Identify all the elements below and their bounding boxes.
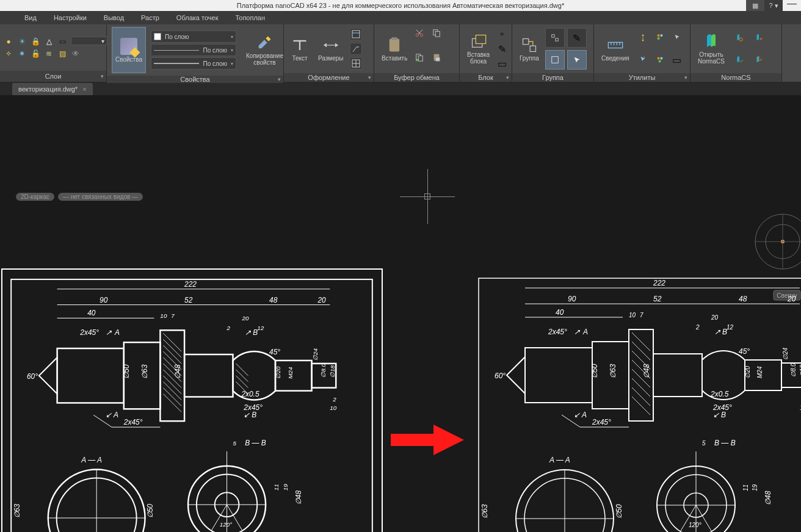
layer-combo[interactable]: ▾ — [71, 37, 107, 45]
minimize-button[interactable]: — — [783, 0, 801, 11]
ltype-bylayer[interactable]: По слою▾ — [151, 44, 236, 56]
expand-icon[interactable]: ▾ — [368, 74, 371, 81]
visual-style-badge[interactable]: 2D-каркас — [16, 193, 54, 201]
svg-text:11: 11 — [273, 484, 280, 491]
copy-base-icon[interactable] — [413, 51, 426, 63]
group-button[interactable]: Группа — [515, 26, 544, 72]
measure-icon[interactable] — [636, 28, 650, 48]
menu-output[interactable]: Вывод — [104, 14, 124, 21]
svg-text:48: 48 — [269, 296, 278, 304]
svg-text:52: 52 — [184, 296, 193, 304]
svg-rect-36 — [660, 57, 662, 60]
norma-search-icon[interactable] — [731, 28, 748, 48]
svg-text:∅63: ∅63 — [480, 504, 489, 519]
color-bylayer[interactable]: По слою▾ — [151, 31, 236, 43]
panel-label-props: Свойства — [180, 76, 209, 83]
svg-rect-18 — [436, 57, 440, 61]
svg-text:∅63: ∅63 — [13, 503, 21, 518]
panel-label-group: Группа — [542, 74, 564, 81]
svg-rect-22 — [530, 46, 535, 51]
edit-group-icon[interactable]: ✎ — [567, 28, 587, 48]
menu-settings[interactable]: Настройки — [54, 14, 87, 21]
expand-icon[interactable]: ▾ — [684, 74, 687, 81]
triangle-icon[interactable]: △ — [44, 37, 54, 46]
match-properties-button[interactable]: Копирование свойств — [241, 27, 288, 73]
copy-icon[interactable] — [430, 27, 443, 39]
menu-view[interactable]: Вид — [24, 14, 37, 21]
svg-text:52: 52 — [653, 295, 662, 303]
svg-text:90: 90 — [100, 296, 108, 304]
norma-check-icon[interactable] — [731, 50, 748, 70]
paste-special-icon[interactable] — [430, 51, 443, 63]
properties-button[interactable]: Свойства — [112, 27, 146, 73]
insert-block-button[interactable]: Вставка блока — [462, 26, 495, 72]
create-block-icon[interactable]: ▫ — [496, 28, 508, 40]
menu-topoplan[interactable]: Топоплан — [235, 14, 265, 21]
unlock-icon[interactable]: 🔓 — [31, 49, 40, 59]
expand-icon[interactable]: ▾ — [101, 73, 104, 79]
svg-point-38 — [739, 38, 742, 41]
calc-icon[interactable]: ▭ — [670, 50, 684, 70]
lock-icon[interactable]: 🔒 — [31, 37, 40, 46]
sun-icon[interactable]: ☀ — [17, 37, 27, 46]
bulb-icon[interactable]: ● — [4, 37, 13, 46]
text-button[interactable]: Текст — [286, 26, 313, 72]
svg-text:120°: 120° — [220, 521, 233, 528]
views-badge[interactable]: — нет связанных видов — — [58, 193, 143, 201]
cursor-group-icon[interactable] — [567, 50, 587, 70]
svg-rect-24 — [556, 38, 558, 41]
expand-icon[interactable]: ▾ — [506, 74, 509, 81]
help-icon[interactable]: ? ▾ — [764, 0, 783, 11]
lweight-bylayer[interactable]: По слою▾ — [151, 57, 236, 70]
table-icon[interactable] — [350, 28, 362, 40]
table2-icon[interactable] — [350, 57, 362, 70]
info-button[interactable]: Сведения — [596, 26, 634, 72]
svg-rect-15 — [419, 56, 423, 61]
select-similar-icon[interactable] — [653, 28, 667, 48]
svg-text:45°: 45° — [269, 348, 280, 356]
modify-group-icon[interactable] — [545, 50, 565, 70]
svg-text:∅48: ∅48 — [173, 364, 182, 379]
svg-text:B: B — [722, 328, 727, 336]
ungroup-icon[interactable] — [545, 28, 565, 48]
svg-rect-9 — [392, 37, 397, 40]
svg-line-180 — [531, 476, 586, 531]
norma-refresh-icon[interactable] — [750, 50, 767, 70]
menu-bar: Вид Настройки Вывод Растр Облака точек Т… — [0, 11, 801, 24]
panel-label-utils: Утилиты — [629, 74, 656, 81]
ruler-icon — [607, 37, 624, 54]
menu-raster[interactable]: Растр — [141, 14, 159, 21]
layout-grid-icon[interactable]: ▦ — [746, 0, 764, 11]
svg-text:↗: ↗ — [574, 328, 581, 336]
qselect2-icon[interactable] — [653, 50, 667, 70]
leader-icon[interactable] — [350, 43, 362, 55]
document-tab[interactable]: векторизация.dwg* × — [12, 83, 93, 95]
expand-icon[interactable]: ▾ — [278, 76, 281, 82]
svg-text:∅50: ∅50 — [590, 364, 599, 378]
quick-select-icon[interactable] — [636, 50, 650, 70]
svg-text:48: 48 — [739, 295, 747, 303]
eye-icon[interactable]: 👁 — [71, 49, 81, 59]
layers-stack-icon[interactable]: ✧ — [4, 49, 13, 59]
close-icon[interactable]: × — [82, 85, 86, 93]
select-all-icon[interactable] — [670, 28, 684, 48]
svg-rect-23 — [551, 35, 554, 37]
layer-icon[interactable]: ▭ — [57, 37, 67, 46]
svg-text:∅20: ∅20 — [275, 366, 281, 379]
sun2-icon[interactable]: ✷ — [17, 49, 27, 59]
layers2-icon[interactable]: ≋ — [44, 49, 54, 59]
norma-link-icon[interactable] — [750, 28, 767, 48]
purge-icon[interactable]: ▤ — [57, 49, 67, 59]
open-normacs-button[interactable]: Открыть NormaCS — [693, 26, 730, 72]
paste-button[interactable]: Вставить — [377, 26, 412, 72]
dimensions-button[interactable]: Размеры — [313, 26, 349, 72]
menu-pointclouds[interactable]: Облака точек — [176, 14, 219, 21]
svg-text:∅50: ∅50 — [615, 504, 623, 519]
drawing-canvas[interactable]: 2D-каркас — нет связанных видов — Сверху… — [0, 95, 801, 532]
edit-block-icon[interactable]: ✎ — [496, 43, 508, 55]
cut-icon[interactable] — [413, 27, 426, 39]
svg-text:∅20: ∅20 — [744, 365, 751, 378]
block-attr-icon[interactable]: ▭ — [496, 57, 508, 70]
brush-icon — [256, 34, 273, 51]
svg-text:A: A — [582, 328, 588, 336]
